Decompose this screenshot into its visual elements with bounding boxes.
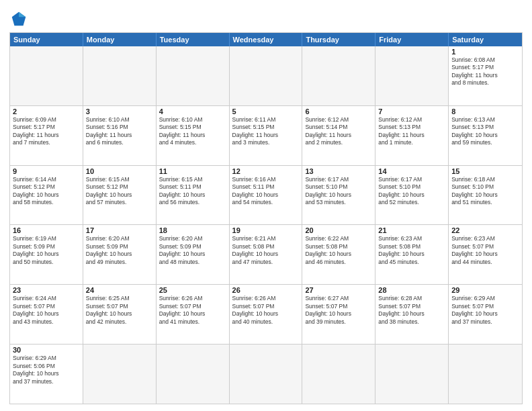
day-info: Sunrise: 6:08 AM Sunset: 5:17 PM Dayligh… [451, 56, 519, 87]
day-cell: 14Sunrise: 6:17 AM Sunset: 5:10 PM Dayli… [375, 166, 449, 225]
day-cell: 28Sunrise: 6:28 AM Sunset: 5:07 PM Dayli… [375, 285, 449, 344]
day-cell: 23Sunrise: 6:24 AM Sunset: 5:07 PM Dayli… [10, 285, 83, 344]
day-info: Sunrise: 6:19 AM Sunset: 5:09 PM Dayligh… [13, 235, 80, 266]
day-info: Sunrise: 6:17 AM Sunset: 5:10 PM Dayligh… [378, 176, 445, 207]
day-number: 30 [13, 346, 80, 354]
day-cell [302, 345, 375, 404]
day-cell: 20Sunrise: 6:22 AM Sunset: 5:08 PM Dayli… [302, 225, 375, 284]
day-info: Sunrise: 6:10 AM Sunset: 5:15 PM Dayligh… [159, 116, 226, 147]
day-info: Sunrise: 6:26 AM Sunset: 5:07 PM Dayligh… [232, 295, 300, 326]
day-number: 16 [13, 226, 80, 234]
day-cell: 9Sunrise: 6:14 AM Sunset: 5:12 PM Daylig… [10, 166, 83, 225]
week-row: 2Sunrise: 6:09 AM Sunset: 5:17 PM Daylig… [10, 105, 522, 165]
day-cell: 19Sunrise: 6:21 AM Sunset: 5:08 PM Dayli… [230, 225, 303, 284]
day-number: 22 [451, 226, 519, 234]
day-cell [449, 345, 522, 404]
day-number: 15 [451, 167, 519, 175]
page: SundayMondayTuesdayWednesdayThursdayFrid… [0, 0, 532, 411]
day-info: Sunrise: 6:29 AM Sunset: 5:07 PM Dayligh… [451, 295, 519, 326]
week-row: 30Sunrise: 6:29 AM Sunset: 5:06 PM Dayli… [10, 344, 522, 404]
day-info: Sunrise: 6:13 AM Sunset: 5:13 PM Dayligh… [451, 116, 519, 147]
day-number: 29 [451, 286, 519, 294]
day-cell: 16Sunrise: 6:19 AM Sunset: 5:09 PM Dayli… [10, 225, 83, 284]
day-cell: 3Sunrise: 6:10 AM Sunset: 5:16 PM Daylig… [83, 106, 157, 165]
day-number: 25 [159, 286, 226, 294]
day-number: 19 [232, 226, 300, 234]
day-info: Sunrise: 6:25 AM Sunset: 5:07 PM Dayligh… [86, 295, 153, 326]
day-header: Friday [375, 33, 449, 46]
day-number: 26 [232, 286, 300, 294]
day-cell: 7Sunrise: 6:12 AM Sunset: 5:13 PM Daylig… [375, 106, 449, 165]
day-cell: 2Sunrise: 6:09 AM Sunset: 5:17 PM Daylig… [10, 106, 83, 165]
day-info: Sunrise: 6:15 AM Sunset: 5:12 PM Dayligh… [86, 176, 153, 207]
day-number: 7 [378, 107, 445, 116]
day-header: Saturday [449, 33, 522, 46]
day-headers: SundayMondayTuesdayWednesdayThursdayFrid… [10, 33, 522, 46]
day-cell: 30Sunrise: 6:29 AM Sunset: 5:06 PM Dayli… [10, 345, 83, 404]
day-cell: 21Sunrise: 6:23 AM Sunset: 5:08 PM Dayli… [375, 225, 449, 284]
day-cell [375, 46, 449, 105]
week-row: 9Sunrise: 6:14 AM Sunset: 5:12 PM Daylig… [10, 165, 522, 225]
week-row: 23Sunrise: 6:24 AM Sunset: 5:07 PM Dayli… [10, 284, 522, 344]
day-number: 18 [159, 226, 226, 234]
day-cell: 22Sunrise: 6:23 AM Sunset: 5:07 PM Dayli… [449, 225, 522, 284]
day-info: Sunrise: 6:10 AM Sunset: 5:16 PM Dayligh… [86, 116, 153, 147]
day-header: Wednesday [230, 33, 303, 46]
day-number: 3 [86, 107, 153, 116]
day-info: Sunrise: 6:18 AM Sunset: 5:10 PM Dayligh… [451, 176, 519, 207]
day-info: Sunrise: 6:23 AM Sunset: 5:07 PM Dayligh… [451, 235, 519, 266]
day-info: Sunrise: 6:27 AM Sunset: 5:07 PM Dayligh… [305, 295, 372, 326]
day-cell [302, 46, 375, 105]
day-cell: 6Sunrise: 6:12 AM Sunset: 5:14 PM Daylig… [302, 106, 375, 165]
day-info: Sunrise: 6:20 AM Sunset: 5:09 PM Dayligh… [86, 235, 153, 266]
calendar-body: 1Sunrise: 6:08 AM Sunset: 5:17 PM Daylig… [10, 46, 522, 404]
day-number: 8 [451, 107, 519, 116]
day-cell: 11Sunrise: 6:15 AM Sunset: 5:11 PM Dayli… [157, 166, 230, 225]
day-info: Sunrise: 6:12 AM Sunset: 5:13 PM Dayligh… [378, 116, 445, 147]
day-number: 17 [86, 226, 153, 234]
logo-icon [9, 9, 28, 28]
day-info: Sunrise: 6:16 AM Sunset: 5:11 PM Dayligh… [232, 176, 300, 207]
day-cell [10, 46, 83, 105]
day-cell [83, 46, 157, 105]
day-number: 23 [13, 286, 80, 294]
day-cell [375, 345, 449, 404]
header [9, 7, 523, 28]
day-cell: 25Sunrise: 6:26 AM Sunset: 5:07 PM Dayli… [157, 285, 230, 344]
day-cell: 13Sunrise: 6:17 AM Sunset: 5:10 PM Dayli… [302, 166, 375, 225]
day-number: 6 [305, 107, 372, 116]
day-number: 13 [305, 167, 372, 175]
day-cell: 1Sunrise: 6:08 AM Sunset: 5:17 PM Daylig… [449, 46, 522, 105]
day-cell: 26Sunrise: 6:26 AM Sunset: 5:07 PM Dayli… [230, 285, 303, 344]
day-info: Sunrise: 6:29 AM Sunset: 5:06 PM Dayligh… [13, 355, 80, 385]
day-number: 27 [305, 286, 372, 294]
day-number: 20 [305, 226, 372, 234]
day-info: Sunrise: 6:14 AM Sunset: 5:12 PM Dayligh… [13, 176, 80, 207]
day-number: 10 [86, 167, 153, 175]
day-info: Sunrise: 6:12 AM Sunset: 5:14 PM Dayligh… [305, 116, 372, 147]
day-header: Tuesday [157, 33, 230, 46]
logo [9, 9, 31, 28]
day-info: Sunrise: 6:17 AM Sunset: 5:10 PM Dayligh… [305, 176, 372, 207]
day-cell: 29Sunrise: 6:29 AM Sunset: 5:07 PM Dayli… [449, 285, 522, 344]
day-info: Sunrise: 6:22 AM Sunset: 5:08 PM Dayligh… [305, 235, 372, 266]
day-header: Monday [83, 33, 157, 46]
day-cell [157, 345, 230, 404]
day-info: Sunrise: 6:11 AM Sunset: 5:15 PM Dayligh… [232, 116, 300, 147]
calendar: SundayMondayTuesdayWednesdayThursdayFrid… [9, 32, 523, 404]
day-header: Thursday [302, 33, 375, 46]
day-cell: 5Sunrise: 6:11 AM Sunset: 5:15 PM Daylig… [230, 106, 303, 165]
week-row: 16Sunrise: 6:19 AM Sunset: 5:09 PM Dayli… [10, 224, 522, 284]
day-info: Sunrise: 6:15 AM Sunset: 5:11 PM Dayligh… [159, 176, 226, 207]
day-number: 2 [13, 107, 80, 116]
day-cell: 8Sunrise: 6:13 AM Sunset: 5:13 PM Daylig… [449, 106, 522, 165]
day-info: Sunrise: 6:20 AM Sunset: 5:09 PM Dayligh… [159, 235, 226, 266]
day-number: 9 [13, 167, 80, 175]
day-number: 5 [232, 107, 300, 116]
day-number: 24 [86, 286, 153, 294]
day-cell: 15Sunrise: 6:18 AM Sunset: 5:10 PM Dayli… [449, 166, 522, 225]
day-cell: 24Sunrise: 6:25 AM Sunset: 5:07 PM Dayli… [83, 285, 157, 344]
day-number: 21 [378, 226, 445, 234]
day-header: Sunday [10, 33, 83, 46]
svg-marker-1 [19, 12, 26, 17]
